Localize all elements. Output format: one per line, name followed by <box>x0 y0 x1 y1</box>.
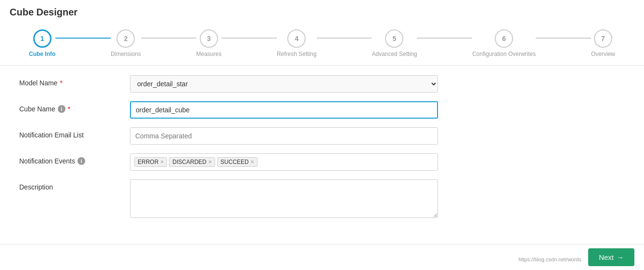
step-1[interactable]: 1 Cube Info <box>29 29 55 57</box>
next-button[interactable]: Next → <box>588 248 634 266</box>
notification-email-control <box>130 127 438 145</box>
step-line-6-7 <box>536 38 591 39</box>
form-area: Model Name * order_detail_star Cube Name… <box>0 66 644 238</box>
model-name-row: Model Name * order_detail_star <box>19 75 625 93</box>
step-2[interactable]: 2 Dimensions <box>111 29 141 57</box>
model-name-label: Model Name * <box>19 75 130 87</box>
step-4[interactable]: 4 Refresh Setting <box>277 29 317 57</box>
cube-name-input[interactable] <box>130 101 438 119</box>
notification-email-row: Notification Email List <box>19 127 625 145</box>
notification-email-input[interactable] <box>130 127 438 145</box>
tag-discarded: DISCARDED × <box>169 157 215 167</box>
step-line-4-5 <box>317 38 372 39</box>
description-label: Description <box>19 179 130 191</box>
cube-name-info-icon[interactable]: i <box>58 105 65 113</box>
cube-name-required: * <box>68 105 70 113</box>
step-6-label: Configuration Overwrites <box>472 51 536 57</box>
description-row: Description <box>19 179 625 219</box>
page-title: Cube Designer <box>0 0 644 22</box>
tag-discarded-label: DISCARDED <box>172 159 206 165</box>
cube-name-control <box>130 101 438 119</box>
step-3-label: Measures <box>196 51 222 57</box>
step-4-label: Refresh Setting <box>277 51 317 57</box>
page-title-text: Cube Designer <box>10 7 77 17</box>
notification-email-label: Notification Email List <box>19 127 130 139</box>
notification-events-control: ERROR × DISCARDED × SUCCEED × <box>130 153 438 171</box>
description-control <box>130 179 438 219</box>
tag-error-label: ERROR <box>138 159 158 165</box>
step-6[interactable]: 6 Configuration Overwrites <box>472 29 536 57</box>
step-line-5-6 <box>417 38 472 39</box>
step-3-circle: 3 <box>200 29 218 48</box>
step-1-label: Cube Info <box>29 51 55 57</box>
tag-error: ERROR × <box>134 157 167 167</box>
next-arrow-icon: → <box>617 253 624 261</box>
notification-events-row: Notification Events i ERROR × DISCARDED … <box>19 153 625 171</box>
model-name-select[interactable]: order_detail_star <box>130 75 438 93</box>
tag-succeed-close[interactable]: × <box>251 159 254 165</box>
notification-events-info-icon[interactable]: i <box>77 157 85 165</box>
step-2-circle: 2 <box>116 29 135 48</box>
step-7-circle: 7 <box>594 29 612 48</box>
step-4-circle: 4 <box>287 29 306 48</box>
tag-succeed: SUCCEED × <box>217 157 258 167</box>
cube-name-row: Cube Name i * <box>19 101 625 119</box>
description-textarea[interactable] <box>130 179 438 218</box>
model-name-required: * <box>60 79 62 87</box>
step-1-circle: 1 <box>33 29 52 48</box>
notification-events-tags[interactable]: ERROR × DISCARDED × SUCCEED × <box>130 153 438 171</box>
step-line-3-4 <box>221 38 277 39</box>
step-5[interactable]: 5 Advanced Setting <box>372 29 417 57</box>
cube-name-label: Cube Name i * <box>19 101 130 113</box>
step-7-label: Overview <box>591 51 615 57</box>
tag-discarded-close[interactable]: × <box>208 159 212 165</box>
step-5-circle: 5 <box>385 29 403 48</box>
step-3[interactable]: 3 Measures <box>196 29 222 57</box>
tag-error-close[interactable]: × <box>160 159 164 165</box>
step-line-1-2 <box>55 38 111 39</box>
tag-succeed-label: SUCCEED <box>220 159 249 165</box>
step-6-circle: 6 <box>495 29 513 48</box>
step-line-2-3 <box>141 38 196 39</box>
stepper: 1 Cube Info 2 Dimensions 3 Measures 4 Re… <box>0 22 644 66</box>
notification-events-label: Notification Events i <box>19 153 130 165</box>
model-name-control: order_detail_star <box>130 75 438 93</box>
footer-bar: https://blog.csdn.net/words Next → <box>0 244 644 270</box>
step-5-label: Advanced Setting <box>372 51 417 57</box>
next-label: Next <box>599 253 614 261</box>
step-7[interactable]: 7 Overview <box>591 29 615 57</box>
step-2-label: Dimensions <box>111 51 141 57</box>
footer-watermark: https://blog.csdn.net/words <box>518 256 581 262</box>
